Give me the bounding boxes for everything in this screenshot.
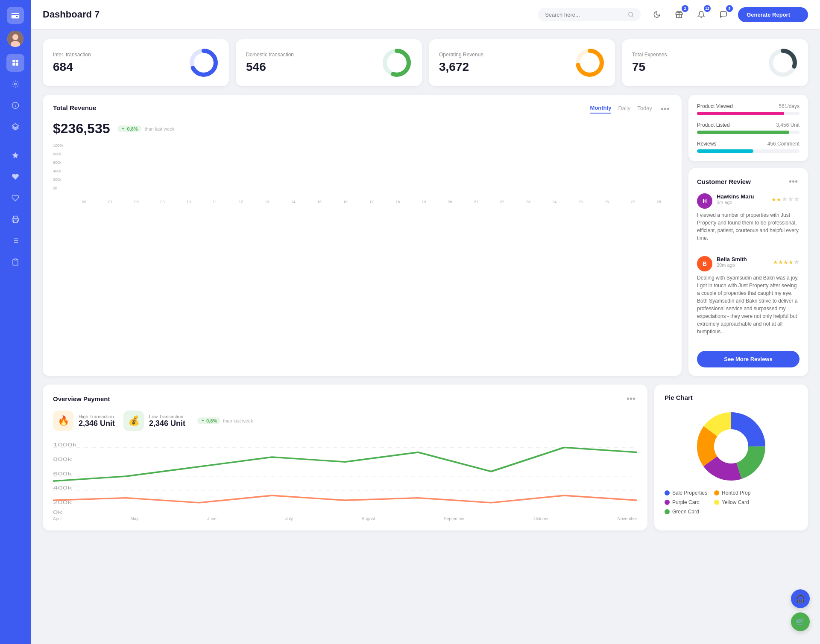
bar-chart: 1000k 800k 600k 400k 200k 0k [53, 143, 671, 199]
review-item: H Hawkins Maru 5m ago ★★★★★ I viewed a n… [697, 193, 800, 249]
review-text: I viewed a number of properties with Jus… [697, 211, 800, 242]
legend-yellow: Yellow Card [714, 499, 757, 505]
sidebar-item-layers[interactable] [6, 118, 24, 136]
svg-point-50 [714, 429, 748, 463]
floating-buttons: 🎧 🛒 [791, 589, 810, 631]
review-text: Dealing with Syamsudin and Bakri was a j… [697, 274, 800, 335]
stat-info-revenue: Operating Revenue 3,672 [439, 52, 483, 74]
revenue-amount-row: $236,535 0,8% than last week [53, 121, 671, 137]
reviews-title: Customer Review [697, 178, 751, 185]
domestic-donut-svg [382, 48, 412, 78]
stat-info-domestic: Domestic transaction 546 [246, 52, 294, 74]
payment-badge: 0,8% than last week [197, 411, 253, 431]
sidebar-item-list[interactable] [6, 232, 24, 250]
reviews-list: H Hawkins Maru 5m ago ★★★★★ I viewed a n… [697, 193, 800, 342]
legend-purple: Purple Card [665, 499, 707, 505]
progress-fill [697, 149, 753, 153]
domestic-label: Domestic transaction [246, 52, 294, 58]
green-dot [665, 509, 670, 514]
review-stars: ★★★★★ [773, 258, 800, 266]
content-area: Inter. transaction 684 Domestic transact… [31, 29, 820, 644]
svg-rect-8 [16, 63, 18, 66]
svg-point-9 [15, 83, 17, 85]
chat-button[interactable]: 5 [716, 7, 731, 22]
customer-review-panel: Customer Review ••• H Hawkins Maru 5m ag… [688, 168, 808, 376]
generate-report-button[interactable]: Generate Report [738, 7, 808, 22]
svg-rect-21 [14, 259, 17, 260]
stat-card-revenue: Operating Revenue 3,672 [429, 39, 615, 86]
svg-text:600k: 600k [53, 471, 73, 476]
payment-header: Overview Payment ••• [53, 394, 637, 404]
bottom-row: Overview Payment ••• 🔥 High Transaction … [43, 385, 808, 530]
chart-icon [794, 12, 800, 17]
x-axis-labels: April May June July August September Oct… [53, 516, 637, 521]
sidebar-item-print[interactable] [6, 210, 24, 228]
rented-dot [714, 490, 719, 495]
sidebar-logo[interactable] [7, 7, 24, 24]
review-time: 20m ago [717, 262, 747, 268]
progress-bar [697, 149, 800, 153]
sidebar-divider [9, 141, 22, 141]
legend-sale: Sale Properties [665, 490, 707, 496]
revenue-menu-button[interactable]: ••• [659, 104, 671, 114]
sidebar-item-settings[interactable] [6, 75, 24, 93]
header: Dashboard 7 2 12 5 Generate Report [31, 0, 820, 29]
cart-button[interactable]: 🛒 [791, 612, 810, 631]
svg-rect-7 [12, 63, 15, 66]
moon-icon [653, 11, 661, 18]
search-icon [628, 11, 634, 18]
search-box[interactable] [538, 8, 641, 21]
tab-daily[interactable]: Daily [618, 105, 630, 113]
revenue-donut-svg [575, 48, 605, 78]
support-button[interactable]: 🎧 [791, 589, 810, 608]
pie-chart-card: Pie Chart [654, 385, 808, 530]
progress-fill [697, 131, 789, 134]
sale-dot [665, 490, 670, 495]
sidebar-item-heart[interactable] [6, 168, 24, 186]
progress-item: Product Viewed 561/days [697, 103, 800, 115]
bar-chart-inner [72, 143, 671, 190]
tab-today[interactable]: Today [637, 105, 652, 113]
payment-menu-button[interactable]: ••• [625, 394, 637, 404]
gift-button[interactable]: 2 [671, 7, 687, 22]
payment-card: Overview Payment ••• 🔥 High Transaction … [43, 385, 647, 530]
revenue-tabs: Monthly Daily Today ••• [590, 104, 671, 114]
tab-monthly[interactable]: Monthly [590, 105, 612, 114]
sidebar-item-heart2[interactable] [6, 189, 24, 207]
sidebar-item-info[interactable] [6, 96, 24, 114]
search-input[interactable] [545, 12, 624, 18]
bell-button[interactable]: 12 [694, 7, 709, 22]
pie-chart-wrapper [665, 408, 798, 485]
reviewer-avatar: B [697, 256, 712, 271]
see-more-reviews-button[interactable]: See More Reviews [697, 351, 800, 367]
stat-cards-row: Inter. transaction 684 Domestic transact… [43, 39, 808, 86]
line-chart: 1000k 800k 600k 400k 200k 0k [53, 438, 637, 515]
high-transaction-info: High Transaction 2,346 Unit [79, 414, 115, 428]
reviews-menu-button[interactable]: ••• [787, 177, 800, 186]
inter-label: Inter. transaction [53, 52, 91, 58]
svg-rect-5 [12, 60, 15, 62]
y-axis-labels: 1000k 800k 600k 400k 200k 0k [53, 143, 70, 190]
expenses-label: Total Expenses [632, 52, 667, 58]
svg-line-23 [632, 16, 633, 17]
legend-rented: Rented Prop [714, 490, 757, 496]
svg-rect-1 [16, 16, 18, 17]
svg-point-3 [12, 34, 18, 40]
bell-icon [697, 11, 705, 18]
middle-row: Total Revenue Monthly Daily Today ••• $2… [43, 95, 808, 376]
user-avatar[interactable] [7, 31, 23, 47]
theme-toggle-button[interactable] [649, 7, 665, 22]
review-time: 5m ago [717, 200, 754, 205]
revenue-label: Operating Revenue [439, 52, 483, 58]
svg-text:0k: 0k [53, 510, 63, 514]
chat-icon [720, 11, 727, 18]
legend-green: Green Card [665, 509, 707, 515]
domestic-donut [382, 48, 412, 78]
sidebar-item-star[interactable] [6, 146, 24, 164]
expenses-value: 75 [632, 60, 667, 74]
sidebar-item-clipboard[interactable] [6, 253, 24, 271]
total-revenue-card: Total Revenue Monthly Daily Today ••• $2… [43, 95, 682, 376]
sidebar-item-dashboard[interactable] [6, 54, 24, 72]
bar-chart-x-labels: 0607080910111213141516171819202122232425… [72, 200, 671, 204]
revenue-amount: $236,535 [53, 121, 110, 137]
